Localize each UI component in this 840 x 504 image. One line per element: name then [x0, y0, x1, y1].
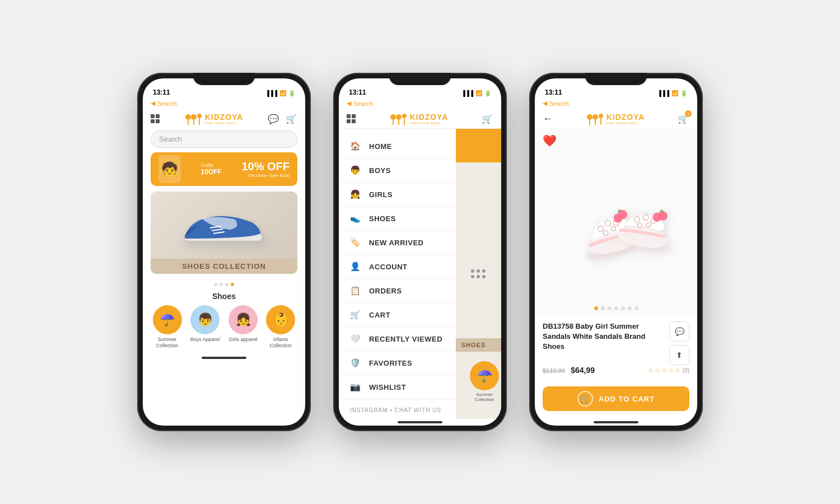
sub-status-1[interactable]: ◀ Search [143, 99, 305, 109]
menu-boys[interactable]: 👦 BOYS [339, 158, 456, 183]
home-bar-3 [594, 421, 638, 423]
cart-icon-1[interactable]: 🛒 [285, 113, 297, 125]
sub-status-3[interactable]: ◀ Search [535, 99, 697, 109]
shoe-illustration [174, 197, 274, 253]
cat-label-girls: Girls apparel [229, 337, 258, 343]
logo-text-1: KIDZOYA FOR YOUR KIDS ! [205, 113, 244, 125]
svg-point-0 [185, 114, 191, 120]
banner-figure-1: 🧒 [158, 155, 181, 183]
banner-left: Code: 10OFF [201, 162, 222, 176]
dot-0 [214, 283, 217, 286]
banner-detail: ON Order Over $100 [241, 173, 290, 178]
menu-wishlist[interactable]: 📷 WISHLIST [339, 375, 456, 399]
orders-icon: 📋 [350, 285, 361, 296]
menu-shoes-label: SHOES [369, 214, 396, 223]
cat-label-boys: Boys Apparel [190, 337, 220, 343]
img-dot-active [594, 306, 598, 310]
screen-content-1: 🧒 Code: 10OFF 10% OFF ON Order Over $100 [143, 152, 305, 426]
grid-menu-icon-2[interactable] [347, 114, 356, 123]
search-bar-1[interactable]: Search [151, 130, 297, 148]
cat-boys[interactable]: 👦 Boys Apparel [190, 305, 220, 349]
menu-favorites-label: FAVORITES [369, 359, 412, 367]
battery-icon: 🔋 [288, 90, 295, 96]
cart-icon-2[interactable]: 🛒 [481, 113, 493, 125]
home-indicator-1 [143, 354, 305, 361]
svg-point-4 [197, 114, 202, 118]
girls-icon: 👧 [350, 189, 361, 200]
dot-2 [225, 283, 228, 286]
product-image [560, 177, 672, 267]
signal-icon-2: ▐▐▐ [461, 90, 473, 96]
right-partial: SHOES ☂️ SummerCollection [456, 129, 501, 419]
wifi-icon-2: 📶 [475, 90, 482, 96]
svg-point-10 [390, 114, 396, 120]
app-header-2: KIDZOYA FOR YOUR KIDS ! 🛒 [339, 109, 501, 129]
sub-status-2[interactable]: ◀ Search [339, 99, 501, 109]
stars-row: ☆ ☆ ☆ ☆ ☆ (0) [648, 367, 689, 374]
menu-orders-label: ORDERS [369, 287, 402, 295]
section-title-shoes: Shoes [143, 290, 305, 305]
status-time-2: 13:11 [349, 88, 366, 96]
menu-girls[interactable]: 👧 GIRLS [339, 183, 456, 207]
grid-menu-icon[interactable] [151, 114, 160, 123]
menu-home-label: HOME [369, 142, 392, 151]
shoes-label: SHOES COLLECTION [151, 259, 297, 274]
dots-pattern [466, 265, 490, 283]
cart-icon-3[interactable]: 🛒 1 [677, 113, 689, 125]
account-icon: 👤 [350, 261, 361, 272]
back-label-1: Search [157, 100, 177, 107]
menu-cart-label: CART [369, 311, 390, 319]
header-icons-1: 💬 🛒 [267, 113, 297, 125]
brand-tagline-1: FOR YOUR KIDS ! [205, 122, 244, 125]
menu-home[interactable]: 🏠 HOME [339, 134, 456, 158]
partial-shoes-label: SHOES [456, 338, 501, 352]
phone-3: 13:11 ▐▐▐ 📶 🔋 ◀ Search ← [529, 73, 703, 431]
banner-discount: 10% OFF [241, 160, 290, 173]
shoes-icon: 👟 [350, 213, 361, 224]
cat-summer[interactable]: ☂️ SummerCollection [153, 305, 182, 349]
svg-point-1 [191, 114, 197, 120]
menu-orders[interactable]: 📋 ORDERS [339, 279, 456, 303]
product-image-container: ❤️ [535, 128, 697, 315]
menu-new-arrived[interactable]: 🏷️ NEW ARRIVED [339, 231, 456, 255]
cat-label-infants: InfantsCollection [270, 337, 292, 349]
cat-girls[interactable]: 👧 Girls apparel [228, 305, 258, 349]
banner-right: 10% OFF ON Order Over $100 [241, 160, 290, 178]
menu-wishlist-label: WISHLIST [369, 383, 406, 391]
home-bar-2 [398, 421, 442, 423]
product-title-row: DB13758 Baby Girl Summer Sandals White S… [543, 321, 689, 365]
phone-1: 13:11 ▐▐▐ 📶 🔋 ◀ Search [137, 73, 311, 431]
menu-footer: INSTAGRAM • CHAT WITH US [339, 399, 456, 419]
menu-favorites[interactable]: 🛡️ FAVORITES [339, 351, 456, 375]
menu-shoes[interactable]: 👟 SHOES [339, 207, 456, 231]
img-dot-4 [621, 306, 625, 310]
add-to-cart-button[interactable]: 🛒 ADD TO CART [543, 386, 689, 411]
export-icon[interactable]: ⬆ [669, 345, 689, 365]
home-indicator-2 [339, 419, 501, 426]
menu-new-arrived-label: NEW ARRIVED [369, 239, 423, 247]
product-actions: 🛒 ADD TO CART [535, 382, 697, 419]
dots-1 [143, 279, 305, 290]
menu-cart[interactable]: 🛒 CART [339, 303, 456, 327]
price-original: $110,99 [543, 367, 565, 374]
price-area: $110,99 $64,99 [543, 365, 595, 375]
status-time-1: 13:11 [153, 88, 170, 96]
message-icon[interactable]: 💬 [267, 113, 279, 125]
logo-icon-2 [389, 113, 407, 125]
boys-icon: 👦 [350, 165, 361, 176]
cat-infants[interactable]: 👶 InfantsCollection [266, 305, 295, 349]
svg-point-20 [599, 114, 603, 118]
img-dot-1 [601, 306, 605, 310]
menu-account[interactable]: 👤 ACCOUNT [339, 255, 456, 279]
logo-3: KIDZOYA FOR YOUR KIDS ! [585, 113, 645, 125]
back-button[interactable]: ← [543, 113, 553, 125]
menu-recently-viewed[interactable]: 🤍 RECENTLY VIEWED [339, 327, 456, 351]
share-icon[interactable]: 💬 [669, 321, 689, 342]
menu-boys-label: BOYS [369, 166, 391, 175]
new-arrived-icon: 🏷️ [350, 237, 361, 248]
dot-3-active [231, 283, 234, 286]
back-arrow-icon: ◀ [151, 100, 155, 107]
heart-button[interactable]: ❤️ [543, 134, 557, 147]
banner-code-label: Code: [201, 162, 222, 168]
cart-badge: 1 [685, 110, 692, 117]
